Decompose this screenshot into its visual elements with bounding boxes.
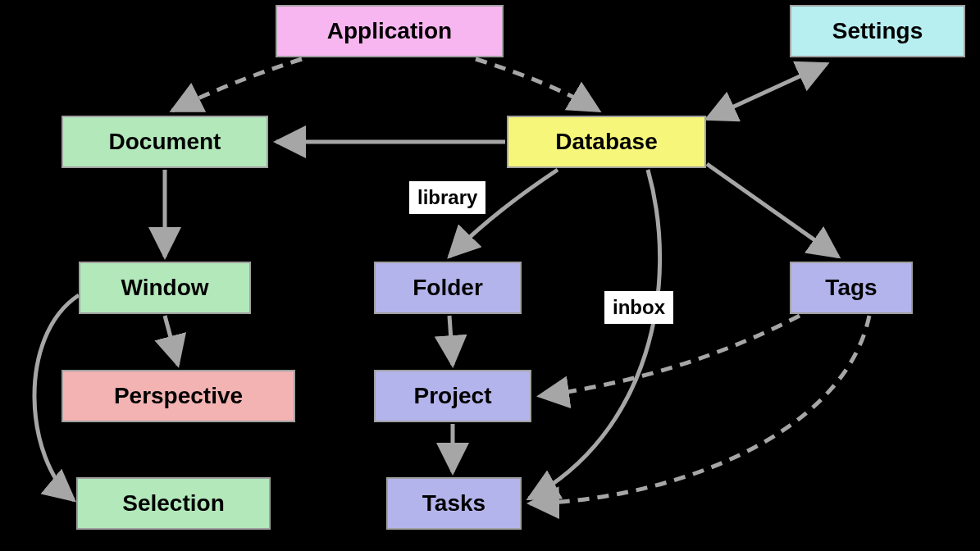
- node-folder: Folder: [374, 262, 522, 314]
- edge-label-library: library: [409, 181, 485, 214]
- node-database: Database: [507, 116, 706, 168]
- node-application: Application: [276, 5, 504, 57]
- node-selection: Selection: [76, 477, 271, 530]
- edge-window-perspective: [165, 316, 178, 365]
- edge-database-tags: [707, 164, 838, 257]
- edge-label-library-text: library: [417, 186, 477, 208]
- node-folder-label: Folder: [413, 275, 483, 301]
- node-window: Window: [79, 262, 251, 314]
- node-tasks-label: Tasks: [422, 490, 485, 517]
- node-settings: Settings: [790, 5, 965, 57]
- diagram-canvas: Application Settings Document Database W…: [0, 0, 980, 551]
- edge-database-tasks: [529, 170, 660, 499]
- node-perspective: Perspective: [62, 370, 295, 422]
- node-project-label: Project: [414, 383, 492, 409]
- node-application-label: Application: [327, 18, 452, 44]
- node-perspective-label: Perspective: [114, 383, 243, 409]
- node-document: Document: [62, 116, 268, 168]
- edge-application-database: [476, 59, 599, 111]
- node-project: Project: [374, 370, 531, 422]
- edge-database-settings: [707, 64, 827, 119]
- edge-tags-tasks: [530, 316, 869, 503]
- node-document-label: Document: [109, 129, 221, 155]
- edge-folder-project: [449, 316, 453, 365]
- edge-label-inbox-text: inbox: [613, 296, 665, 318]
- node-tasks: Tasks: [386, 477, 522, 530]
- node-settings-label: Settings: [832, 18, 923, 44]
- node-selection-label: Selection: [122, 490, 224, 517]
- node-tags-label: Tags: [825, 275, 877, 301]
- edge-application-document: [172, 59, 302, 111]
- edge-tags-project: [540, 316, 800, 396]
- node-tags: Tags: [790, 262, 913, 314]
- node-window-label: Window: [121, 275, 208, 301]
- edge-label-inbox: inbox: [604, 291, 673, 324]
- node-database-label: Database: [555, 129, 658, 155]
